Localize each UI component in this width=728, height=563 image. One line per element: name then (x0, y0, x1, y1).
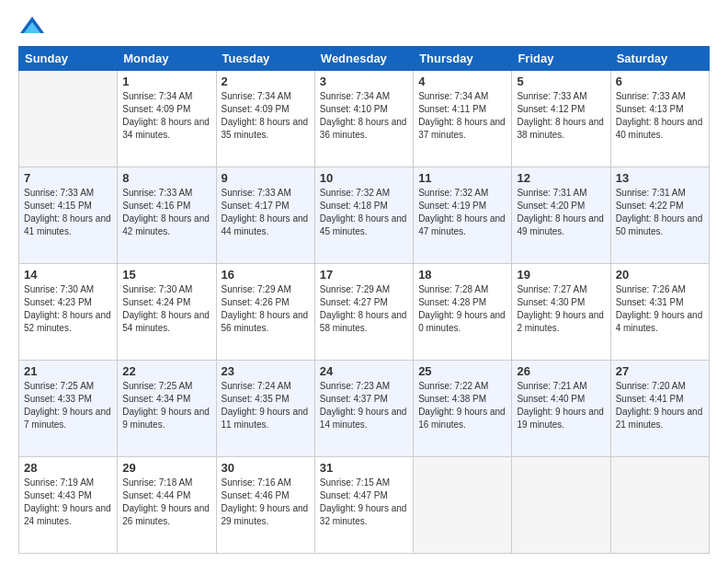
cell-day-number: 26 (517, 364, 605, 378)
cell-day-number: 31 (320, 461, 408, 475)
cell-day-number: 30 (222, 461, 310, 475)
calendar-cell: 1Sunrise: 7:34 AMSunset: 4:09 PMDaylight… (118, 71, 216, 167)
cell-day-number: 27 (616, 364, 704, 378)
weekday-header-row: SundayMondayTuesdayWednesdayThursdayFrid… (19, 47, 710, 71)
cell-info: Sunrise: 7:33 AMSunset: 4:13 PMDaylight:… (616, 90, 704, 142)
cell-day-number: 15 (122, 268, 210, 282)
calendar-cell: 4Sunrise: 7:34 AMSunset: 4:11 PMDaylight… (414, 71, 512, 167)
calendar-cell: 5Sunrise: 7:33 AMSunset: 4:12 PMDaylight… (512, 71, 610, 167)
calendar-cell: 31Sunrise: 7:15 AMSunset: 4:47 PMDayligh… (314, 457, 413, 554)
calendar-cell: 2Sunrise: 7:34 AMSunset: 4:09 PMDaylight… (216, 71, 314, 167)
calendar-cell: 6Sunrise: 7:33 AMSunset: 4:13 PMDaylight… (610, 71, 709, 167)
cell-info: Sunrise: 7:34 AMSunset: 4:11 PMDaylight:… (418, 90, 506, 142)
calendar-cell: 19Sunrise: 7:27 AMSunset: 4:30 PMDayligh… (512, 264, 610, 361)
cell-info: Sunrise: 7:31 AMSunset: 4:20 PMDaylight:… (517, 187, 605, 238)
cell-info: Sunrise: 7:19 AMSunset: 4:43 PMDaylight:… (24, 477, 112, 528)
cell-info: Sunrise: 7:29 AMSunset: 4:26 PMDaylight:… (222, 283, 310, 335)
calendar-cell: 27Sunrise: 7:20 AMSunset: 4:41 PMDayligh… (610, 361, 709, 457)
calendar-cell: 16Sunrise: 7:29 AMSunset: 4:26 PMDayligh… (216, 264, 314, 361)
weekday-saturday: Saturday (610, 47, 709, 71)
calendar-cell: 13Sunrise: 7:31 AMSunset: 4:22 PMDayligh… (610, 167, 709, 264)
weekday-sunday: Sunday (19, 47, 118, 71)
cell-day-number: 7 (24, 171, 112, 185)
calendar-cell: 11Sunrise: 7:32 AMSunset: 4:19 PMDayligh… (414, 167, 512, 264)
cell-day-number: 22 (122, 364, 210, 378)
cell-info: Sunrise: 7:32 AMSunset: 4:19 PMDaylight:… (418, 187, 506, 238)
logo (18, 15, 50, 37)
cell-day-number: 19 (517, 268, 605, 282)
calendar-cell: 20Sunrise: 7:26 AMSunset: 4:31 PMDayligh… (610, 264, 709, 361)
calendar-cell: 29Sunrise: 7:18 AMSunset: 4:44 PMDayligh… (118, 457, 216, 554)
week-row-5: 28Sunrise: 7:19 AMSunset: 4:43 PMDayligh… (19, 457, 710, 554)
calendar-cell: 8Sunrise: 7:33 AMSunset: 4:16 PMDaylight… (118, 167, 216, 264)
calendar-cell: 28Sunrise: 7:19 AMSunset: 4:43 PMDayligh… (19, 457, 118, 554)
weekday-thursday: Thursday (414, 47, 512, 71)
cell-day-number: 16 (222, 268, 310, 282)
cell-info: Sunrise: 7:28 AMSunset: 4:28 PMDaylight:… (418, 283, 506, 335)
calendar-table: SundayMondayTuesdayWednesdayThursdayFrid… (18, 46, 710, 554)
cell-day-number: 4 (418, 75, 506, 88)
cell-day-number: 24 (320, 364, 408, 378)
cell-info: Sunrise: 7:33 AMSunset: 4:12 PMDaylight:… (517, 90, 605, 142)
calendar-cell (19, 71, 118, 167)
cell-info: Sunrise: 7:15 AMSunset: 4:47 PMDaylight:… (320, 477, 408, 528)
cell-info: Sunrise: 7:24 AMSunset: 4:35 PMDaylight:… (222, 380, 310, 431)
weekday-monday: Monday (118, 47, 216, 71)
cell-day-number: 23 (222, 364, 310, 378)
cell-day-number: 21 (24, 364, 112, 378)
cell-info: Sunrise: 7:25 AMSunset: 4:33 PMDaylight:… (24, 380, 112, 431)
week-row-1: 1Sunrise: 7:34 AMSunset: 4:09 PMDaylight… (19, 71, 710, 167)
calendar-cell: 15Sunrise: 7:30 AMSunset: 4:24 PMDayligh… (118, 264, 216, 361)
calendar-cell: 24Sunrise: 7:23 AMSunset: 4:37 PMDayligh… (314, 361, 413, 457)
cell-day-number: 29 (122, 461, 210, 475)
header (18, 15, 710, 37)
cell-day-number: 18 (418, 268, 506, 282)
calendar-cell (610, 457, 709, 554)
cell-day-number: 2 (222, 75, 310, 88)
cell-day-number: 5 (517, 75, 605, 88)
cell-day-number: 11 (418, 171, 506, 185)
cell-info: Sunrise: 7:32 AMSunset: 4:18 PMDaylight:… (320, 187, 408, 238)
cell-info: Sunrise: 7:34 AMSunset: 4:09 PMDaylight:… (122, 90, 210, 142)
cell-info: Sunrise: 7:31 AMSunset: 4:22 PMDaylight:… (616, 187, 704, 238)
cell-day-number: 6 (616, 75, 704, 88)
calendar-cell: 22Sunrise: 7:25 AMSunset: 4:34 PMDayligh… (118, 361, 216, 457)
weekday-tuesday: Tuesday (216, 47, 314, 71)
cell-day-number: 14 (24, 268, 112, 282)
cell-day-number: 1 (122, 75, 210, 88)
cell-info: Sunrise: 7:29 AMSunset: 4:27 PMDaylight:… (320, 283, 408, 335)
cell-info: Sunrise: 7:34 AMSunset: 4:09 PMDaylight:… (222, 90, 310, 142)
cell-info: Sunrise: 7:16 AMSunset: 4:46 PMDaylight:… (222, 477, 310, 528)
cell-info: Sunrise: 7:18 AMSunset: 4:44 PMDaylight:… (122, 477, 210, 528)
cell-info: Sunrise: 7:33 AMSunset: 4:17 PMDaylight:… (222, 187, 310, 238)
cell-day-number: 8 (122, 171, 210, 185)
cell-day-number: 25 (418, 364, 506, 378)
calendar-cell (512, 457, 610, 554)
cell-info: Sunrise: 7:20 AMSunset: 4:41 PMDaylight:… (616, 380, 704, 431)
cell-info: Sunrise: 7:21 AMSunset: 4:40 PMDaylight:… (517, 380, 605, 431)
cell-day-number: 13 (616, 171, 704, 185)
cell-info: Sunrise: 7:33 AMSunset: 4:16 PMDaylight:… (122, 187, 210, 238)
week-row-3: 14Sunrise: 7:30 AMSunset: 4:23 PMDayligh… (19, 264, 710, 361)
cell-info: Sunrise: 7:23 AMSunset: 4:37 PMDaylight:… (320, 380, 408, 431)
cell-day-number: 12 (517, 171, 605, 185)
calendar-cell: 10Sunrise: 7:32 AMSunset: 4:18 PMDayligh… (314, 167, 413, 264)
calendar-cell: 23Sunrise: 7:24 AMSunset: 4:35 PMDayligh… (216, 361, 314, 457)
cell-info: Sunrise: 7:26 AMSunset: 4:31 PMDaylight:… (616, 283, 704, 335)
cell-day-number: 17 (320, 268, 408, 282)
cell-day-number: 28 (24, 461, 112, 475)
cell-info: Sunrise: 7:30 AMSunset: 4:23 PMDaylight:… (24, 283, 112, 335)
calendar-cell: 21Sunrise: 7:25 AMSunset: 4:33 PMDayligh… (19, 361, 118, 457)
calendar-cell: 7Sunrise: 7:33 AMSunset: 4:15 PMDaylight… (19, 167, 118, 264)
cell-info: Sunrise: 7:22 AMSunset: 4:38 PMDaylight:… (418, 380, 506, 431)
calendar-cell: 30Sunrise: 7:16 AMSunset: 4:46 PMDayligh… (216, 457, 314, 554)
cell-day-number: 20 (616, 268, 704, 282)
cell-day-number: 10 (320, 171, 408, 185)
cell-info: Sunrise: 7:27 AMSunset: 4:30 PMDaylight:… (517, 283, 605, 335)
cell-day-number: 9 (222, 171, 310, 185)
cell-day-number: 3 (320, 75, 408, 88)
weekday-friday: Friday (512, 47, 610, 71)
cell-info: Sunrise: 7:30 AMSunset: 4:24 PMDaylight:… (122, 283, 210, 335)
weekday-wednesday: Wednesday (314, 47, 413, 71)
week-row-4: 21Sunrise: 7:25 AMSunset: 4:33 PMDayligh… (19, 361, 710, 457)
